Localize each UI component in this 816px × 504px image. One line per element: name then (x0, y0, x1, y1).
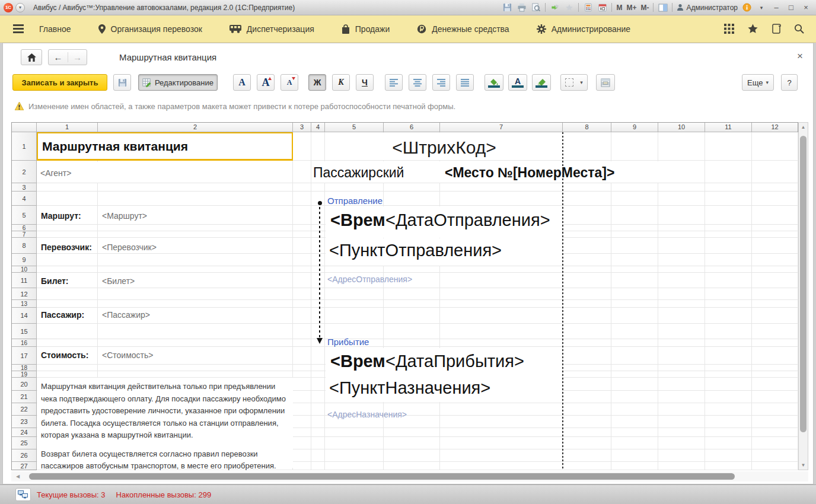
row-header[interactable]: 13 (12, 300, 37, 308)
cell-arrival-address[interactable]: <АдресНазначения> (327, 410, 407, 419)
row-header[interactable]: 26 (12, 449, 37, 462)
fill-color-button[interactable] (485, 74, 503, 91)
row-header[interactable]: 18 (12, 365, 37, 371)
row-header[interactable]: 7 (12, 231, 37, 238)
bold-button[interactable]: Ж (308, 74, 326, 91)
cell-field-value[interactable]: <Пассажир> (102, 310, 150, 320)
cell-ticket-class[interactable]: Пассажирский (313, 161, 404, 184)
add-favorite-icon[interactable] (550, 2, 560, 12)
help-button[interactable]: ? (781, 74, 798, 91)
hamburger-menu-icon[interactable] (13, 24, 24, 33)
save-button[interactable] (113, 74, 131, 91)
column-header[interactable]: 4 (311, 123, 325, 132)
column-header[interactable]: 10 (658, 123, 705, 132)
align-center-button[interactable] (409, 74, 426, 91)
cell-field-label[interactable]: Перевозчик: (41, 243, 92, 252)
column-header[interactable]: 1 (37, 123, 98, 132)
eraser-button[interactable] (532, 74, 551, 91)
column-header[interactable]: 8 (563, 123, 611, 132)
column-header[interactable]: 9 (611, 123, 658, 132)
row-header[interactable]: 25 (12, 437, 37, 449)
scroll-up-arrow[interactable]: ▲ (799, 125, 808, 130)
row-header[interactable]: 10 (12, 266, 37, 273)
row-header[interactable]: 16 (12, 339, 37, 347)
cell-seat-number[interactable]: <Место №[НомерМеста]> (445, 161, 614, 184)
menu-item-administration[interactable]: Администрирование (537, 24, 631, 34)
vertical-scrollbar[interactable]: ▲ ▼ (798, 122, 808, 470)
row-header[interactable]: 9 (12, 254, 37, 266)
cell-title-selected[interactable]: Маршрутная квитанция (37, 132, 293, 161)
align-right-button[interactable] (432, 74, 450, 91)
cell-departure-point[interactable]: <ПунктОтправления> (326, 238, 562, 266)
cell-barcode[interactable]: <ШтрихКод> (326, 133, 563, 160)
menu-item-sales[interactable]: Продажи (342, 24, 390, 34)
info-icon[interactable] (742, 2, 752, 12)
increase-font-button[interactable]: A (257, 74, 275, 91)
home-button[interactable] (21, 49, 42, 65)
apps-grid-icon[interactable] (724, 24, 734, 34)
row-header[interactable]: 17 (12, 347, 37, 365)
column-header[interactable]: 5 (325, 123, 384, 132)
scroll-down-arrow[interactable]: ▼ (799, 462, 808, 468)
print-preview-icon[interactable] (531, 2, 541, 12)
save-and-close-button[interactable]: Записать и закрыть (12, 74, 107, 91)
borders-dropdown-button[interactable]: ▾ (560, 74, 588, 91)
row-header[interactable]: 14 (12, 308, 37, 324)
vertical-scroll-thumb[interactable] (800, 136, 807, 432)
cell-field-value[interactable]: <Маршрут> (102, 211, 147, 221)
column-header[interactable]: 2 (98, 123, 293, 132)
column-header[interactable]: 12 (752, 123, 798, 132)
cell-arrival-section[interactable]: Прибытие (327, 337, 369, 347)
1c-logo-icon[interactable]: 1С (4, 3, 13, 12)
justify-button[interactable] (456, 74, 474, 91)
row-header[interactable]: 23 (12, 416, 37, 428)
print-icon[interactable] (517, 2, 527, 12)
calendar-icon[interactable] (597, 2, 607, 12)
row-header[interactable]: 4 (12, 192, 37, 206)
row-header[interactable]: 19 (12, 371, 37, 378)
cell-field-label[interactable]: Билет: (41, 276, 69, 286)
close-button[interactable]: × (801, 3, 811, 12)
cell-field-label[interactable]: Маршрут: (41, 211, 81, 221)
row-header[interactable]: 27 (12, 462, 37, 470)
column-header[interactable]: 6 (384, 123, 440, 132)
column-header[interactable]: 11 (705, 123, 752, 132)
system-menu-button[interactable]: ▾ (15, 3, 25, 12)
row-header[interactable]: 12 (12, 288, 37, 300)
row-header[interactable]: 22 (12, 403, 37, 416)
horizontal-scrollbar[interactable]: ◀ (11, 471, 808, 481)
cell-field-label[interactable]: Пассажир: (41, 310, 84, 320)
font-button[interactable]: A (233, 74, 251, 91)
history-icon[interactable] (772, 24, 781, 34)
more-button[interactable]: Еще ▾ (742, 74, 774, 91)
memory-recall-button[interactable]: M (616, 4, 622, 12)
row-header[interactable]: 8 (12, 238, 37, 254)
memory-add-button[interactable]: M+ (626, 4, 636, 12)
row-header[interactable]: 3 (12, 183, 37, 192)
cell-field-value[interactable]: <Стоимость> (102, 350, 153, 360)
row-header[interactable]: 15 (12, 324, 37, 339)
grid-area[interactable]: Маршрутная квитанция <Агент> Маршрут: <М… (37, 132, 798, 470)
decrease-font-button[interactable]: A (280, 74, 298, 91)
edit-mode-toggle[interactable]: Редактирование (138, 74, 218, 91)
save-icon[interactable] (502, 2, 512, 12)
column-header[interactable]: 3 (293, 123, 311, 132)
cell-field-value[interactable]: <Билет> (102, 276, 135, 286)
favorite-star-icon[interactable] (564, 2, 574, 12)
row-header[interactable]: 21 (12, 391, 37, 403)
form-close-icon[interactable]: × (794, 50, 806, 62)
cell-arrival-point[interactable]: <ПунктНазначения> (326, 377, 562, 402)
scroll-left-arrow[interactable]: ◀ (16, 474, 20, 479)
align-left-button[interactable] (385, 74, 403, 91)
row-header[interactable]: 20 (12, 378, 37, 391)
text-color-button[interactable]: A (508, 74, 527, 91)
cell-seat-row[interactable]: Пассажирский <Место №[НомерМеста]> (312, 161, 668, 183)
search-icon[interactable] (794, 24, 804, 34)
cell-agent[interactable]: <Агент> (37, 162, 292, 183)
favorites-star-icon[interactable] (747, 24, 758, 34)
cell-terms-text[interactable]: Маршрутная квитанция действительна тольк… (37, 378, 293, 468)
cell-departure-section[interactable]: Отправление (327, 196, 383, 206)
row-header[interactable]: 6 (12, 225, 37, 231)
row-header[interactable]: 11 (12, 273, 37, 288)
cell-departure-time-date[interactable]: <Врем <ДатаОтправления> (326, 206, 562, 238)
